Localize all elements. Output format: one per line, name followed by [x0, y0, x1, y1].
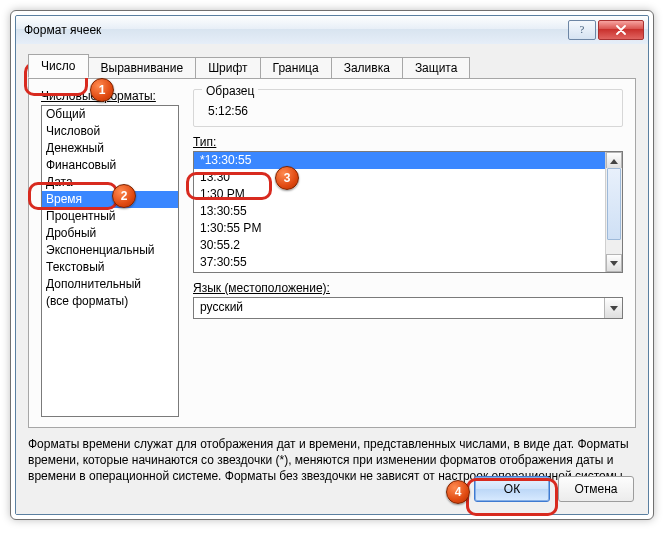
list-item[interactable]: 13:30: [194, 169, 606, 186]
tab-border[interactable]: Граница: [260, 57, 332, 79]
locale-dropdown-button[interactable]: [604, 298, 622, 318]
type-scrollbar[interactable]: [605, 152, 622, 272]
list-item[interactable]: Время: [42, 191, 178, 208]
chevron-down-icon: [610, 261, 618, 266]
tab-alignment[interactable]: Выравнивание: [88, 57, 197, 79]
locale-label: Язык (местоположение):: [193, 281, 623, 295]
scroll-down-button[interactable]: [606, 254, 622, 272]
tab-protection[interactable]: Защита: [402, 57, 471, 79]
type-listbox[interactable]: *13:30:55 13:30 1:30 PM 13:30:55 1:30:55…: [193, 151, 623, 273]
callout-badge-1: 1: [90, 78, 114, 102]
list-item[interactable]: 1:30 PM: [194, 186, 606, 203]
title-bar: Формат ячеек ?: [16, 16, 648, 45]
tab-border-label: Граница: [273, 61, 319, 75]
tab-protection-label: Защита: [415, 61, 458, 75]
list-item[interactable]: (все форматы): [42, 293, 178, 310]
chevron-down-icon: [610, 306, 618, 311]
svg-text:?: ?: [580, 25, 585, 35]
type-label: Тип:: [193, 135, 623, 149]
list-item[interactable]: Дробный: [42, 225, 178, 242]
list-item[interactable]: Денежный: [42, 140, 178, 157]
tab-number[interactable]: Число: [28, 54, 89, 78]
list-item[interactable]: Текстовый: [42, 259, 178, 276]
callout-badge-3: 3: [275, 166, 299, 190]
sample-value: 5:12:56: [202, 102, 614, 120]
locale-select[interactable]: русский: [193, 297, 623, 319]
tab-font[interactable]: Шрифт: [195, 57, 260, 79]
list-item[interactable]: Процентный: [42, 208, 178, 225]
category-listbox[interactable]: Общий Числовой Денежный Финансовый Дата …: [41, 105, 179, 417]
locale-value: русский: [194, 298, 604, 318]
tabs: Число Выравнивание Шрифт Граница Заливка…: [28, 54, 636, 78]
list-item[interactable]: Общий: [42, 106, 178, 123]
help-button[interactable]: ?: [568, 20, 596, 40]
cancel-button[interactable]: Отмена: [558, 476, 634, 502]
scroll-thumb[interactable]: [607, 168, 621, 240]
list-item[interactable]: 1:30:55 PM: [194, 220, 606, 237]
tab-page-number: Числовые форматы: Общий Числовой Денежны…: [28, 78, 636, 428]
chevron-up-icon: [610, 159, 618, 164]
sample-label: Образец: [202, 84, 258, 98]
tab-fill-label: Заливка: [344, 61, 390, 75]
list-item[interactable]: 13:30:55: [194, 203, 606, 220]
tab-font-label: Шрифт: [208, 61, 247, 75]
callout-badge-4: 4: [446, 480, 470, 504]
list-item[interactable]: 30:55.2: [194, 237, 606, 254]
list-item[interactable]: Числовой: [42, 123, 178, 140]
close-button[interactable]: [598, 20, 644, 40]
tab-fill[interactable]: Заливка: [331, 57, 403, 79]
window-title: Формат ячеек: [24, 23, 101, 37]
list-item[interactable]: Дополнительный: [42, 276, 178, 293]
cancel-button-label: Отмена: [574, 482, 617, 496]
scroll-track[interactable]: [606, 168, 622, 256]
ok-button[interactable]: ОК: [474, 476, 550, 502]
tab-alignment-label: Выравнивание: [101, 61, 184, 75]
ok-button-label: ОК: [504, 482, 520, 496]
callout-badge-2: 2: [112, 184, 136, 208]
list-item[interactable]: Финансовый: [42, 157, 178, 174]
list-item[interactable]: 37:30:55: [194, 254, 606, 271]
list-item[interactable]: *13:30:55: [194, 152, 606, 169]
list-item[interactable]: Экспоненциальный: [42, 242, 178, 259]
tab-number-label: Число: [41, 59, 76, 73]
list-item[interactable]: Дата: [42, 174, 178, 191]
